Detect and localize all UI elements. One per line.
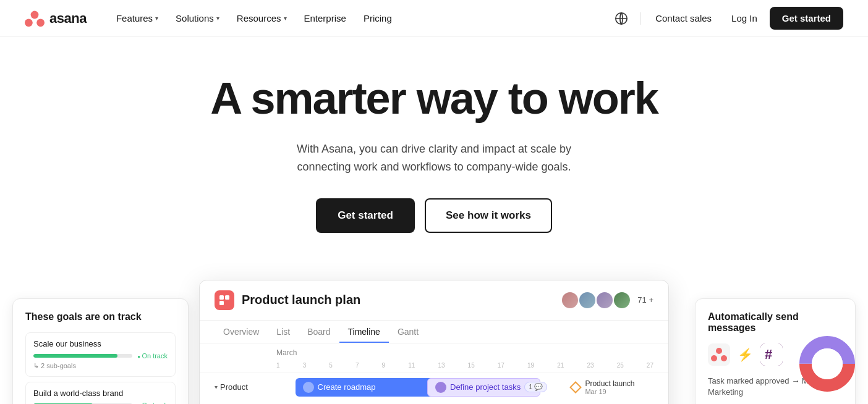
avatar-count: 71 +	[637, 295, 653, 305]
logo[interactable]: asana	[25, 10, 87, 27]
lightning-icon: ⚡	[738, 347, 753, 362]
expand-icon: ▾	[215, 384, 218, 390]
svg-point-0	[31, 11, 39, 19]
language-selector[interactable]	[610, 7, 632, 30]
asana-logo-icon	[25, 10, 45, 27]
goal-name-2: Build a world-class brand	[33, 389, 168, 398]
slack-icon-svg: #	[760, 343, 783, 366]
login-link[interactable]: Log In	[724, 8, 765, 28]
task-avatar-blue	[303, 382, 314, 393]
avatar-1	[561, 291, 579, 309]
tab-timeline[interactable]: Timeline	[339, 321, 389, 343]
goals-card: These goals are on track Scale our busin…	[12, 298, 189, 404]
project-icon	[215, 290, 234, 310]
goal-status-1: On track	[137, 352, 168, 360]
svg-rect-7	[708, 343, 730, 366]
timeline-row-marketing: ▾ Marketing	[200, 402, 668, 404]
main-timeline-card: Product launch plan 71 + Overview List B…	[199, 280, 669, 404]
asana-app-icon	[708, 343, 730, 366]
nav-solutions[interactable]: Solutions ▾	[168, 8, 227, 28]
goal-item-1: Scale our business On track 2 sub-goals	[25, 332, 176, 377]
svg-rect-5	[225, 295, 229, 300]
hero-subtitle: With Asana, you can drive clarity and im…	[286, 140, 582, 176]
svg-text:#: #	[765, 347, 772, 362]
svg-point-9	[711, 355, 717, 361]
see-how-it-works-button[interactable]: See how it works	[425, 198, 552, 233]
timeline-bar-area-product: Create roadmap Define project tasks 1 💬 …	[276, 377, 653, 398]
navbar: asana Features ▾ Solutions ▾ Resources ▾…	[0, 0, 868, 37]
tab-board[interactable]: Board	[299, 321, 339, 343]
logo-text: asana	[49, 11, 87, 27]
avatar-2	[578, 291, 597, 309]
row-label-product: ▾ Product	[215, 382, 276, 392]
timeline-tabs: Overview List Board Timeline Gantt	[200, 321, 668, 343]
task-avatar-purple	[435, 382, 446, 393]
chevron-down-icon: ▾	[155, 15, 158, 22]
milestone-product-launch: Product launch Mar 19	[571, 379, 634, 395]
avatar-3	[595, 291, 614, 309]
messages-card-inner: Automatically send messages ⚡	[708, 311, 843, 398]
asana-icon-svg	[708, 343, 730, 366]
svg-point-8	[716, 348, 722, 354]
timeline-row-product: ▾ Product Create roadmap Define project …	[200, 373, 668, 402]
get-started-nav-button[interactable]: Get started	[770, 7, 843, 30]
project-icon-svg	[218, 294, 231, 306]
goal-status-2: On track	[137, 402, 168, 404]
svg-point-10	[721, 355, 727, 361]
avatar-4	[613, 291, 631, 309]
tab-list[interactable]: List	[268, 321, 299, 343]
svg-point-2	[36, 19, 45, 27]
goal-progress-fill-1	[33, 354, 117, 358]
avatars-row: 71 +	[561, 291, 653, 309]
svg-point-15	[812, 348, 843, 379]
goal-name-1: Scale our business	[33, 339, 168, 348]
svg-point-1	[25, 19, 33, 27]
globe-icon	[615, 12, 628, 25]
task-bar-define-tasks[interactable]: Define project tasks 1 💬	[427, 378, 540, 397]
nav-right: Contact sales Log In Get started	[610, 7, 843, 30]
tab-gantt[interactable]: Gantt	[389, 321, 427, 343]
hero-title: A smarter way to work	[25, 74, 843, 123]
nav-resources[interactable]: Resources ▾	[229, 8, 294, 28]
svg-rect-4	[219, 295, 224, 300]
chevron-down-icon: ▾	[284, 15, 287, 22]
project-title-row: Product launch plan	[215, 290, 360, 310]
timeline-card-header: Product launch plan 71 +	[200, 280, 668, 321]
task-bar-create-roadmap[interactable]: Create roadmap	[296, 378, 439, 397]
dates-row: 1 3 5 7 9 11 13 15 17 19 21 23 25 27	[200, 362, 668, 373]
messages-card: Automatically send messages ⚡	[695, 298, 856, 404]
hero-section: A smarter way to work With Asana, you ca…	[0, 37, 868, 280]
slack-app-icon: #	[760, 343, 783, 366]
nav-pricing[interactable]: Pricing	[356, 8, 399, 28]
nav-features[interactable]: Features ▾	[109, 8, 166, 28]
preview-section: These goals are on track Scale our busin…	[0, 280, 868, 404]
comment-badge: 1 💬	[524, 382, 547, 392]
milestone-diamond-icon	[570, 381, 582, 393]
donut-chart-wrapper	[799, 336, 855, 394]
goal-progress-bar-1	[33, 354, 132, 358]
nav-divider	[640, 12, 640, 25]
goal-subgoals-1: 2 sub-goals	[33, 362, 168, 370]
nav-enterprise[interactable]: Enterprise	[297, 8, 354, 28]
goal-item-2: Build a world-class brand On track 5 sub…	[25, 382, 176, 404]
get-started-hero-button[interactable]: Get started	[316, 198, 415, 233]
milestone-label: Product launch	[585, 379, 634, 388]
svg-rect-6	[219, 301, 224, 305]
arrow-icon: →	[791, 376, 799, 385]
goals-card-title: These goals are on track	[25, 311, 176, 322]
hero-buttons: Get started See how it works	[25, 198, 843, 233]
chevron-down-icon: ▾	[216, 15, 219, 22]
timeline-month-header: March // render date cells inline via a …	[200, 343, 668, 362]
donut-chart	[799, 336, 855, 392]
tab-overview[interactable]: Overview	[215, 321, 268, 343]
project-title: Product launch plan	[242, 293, 360, 307]
month-label: March	[276, 348, 653, 357]
milestone-date: Mar 19	[585, 388, 634, 395]
messages-card-title: Automatically send messages	[708, 311, 843, 334]
timeline-area: March // render date cells inline via a …	[200, 343, 668, 404]
contact-sales-link[interactable]: Contact sales	[648, 8, 719, 28]
nav-links: Features ▾ Solutions ▾ Resources ▾ Enter…	[109, 8, 610, 28]
